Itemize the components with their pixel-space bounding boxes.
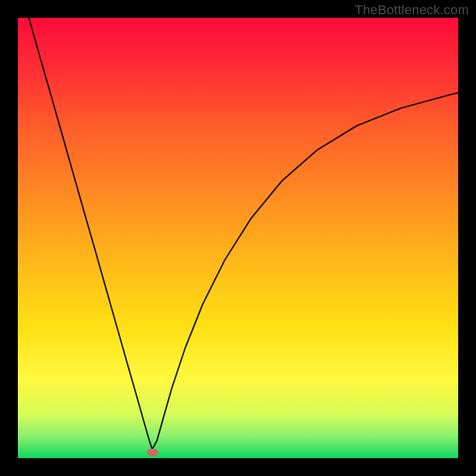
chart-stage: { "watermark": "TheBottleneck.com", "cha… (0, 0, 476, 476)
watermark-text: TheBottleneck.com (355, 2, 469, 18)
minimum-marker (147, 449, 158, 456)
chart-svg (0, 0, 476, 476)
